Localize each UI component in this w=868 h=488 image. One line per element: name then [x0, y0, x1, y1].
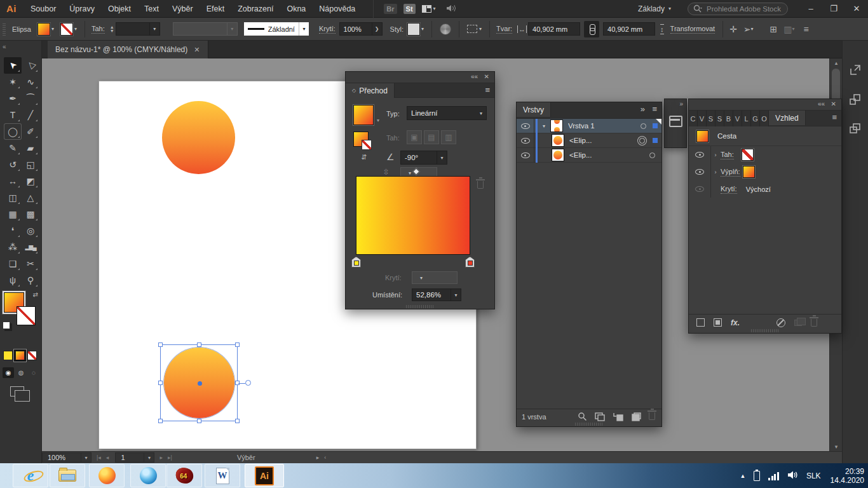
free-transform-tool[interactable]: ◩	[22, 173, 39, 189]
opacity-input[interactable]: 100%	[339, 22, 372, 36]
chevron-right-icon[interactable]: ❯	[372, 22, 383, 36]
pen-tool[interactable]: ✒	[4, 90, 22, 107]
curvature-tool[interactable]: ⁀	[22, 90, 39, 107]
eyedropper-tool[interactable]: ❛	[4, 222, 22, 239]
panel-resize-grip[interactable]	[406, 305, 434, 308]
scroll-left-icon[interactable]: ‹	[324, 454, 326, 461]
workspace-switcher[interactable]: Základy ▾	[638, 4, 671, 13]
layer-name[interactable]: Vrstva 1	[568, 122, 641, 130]
handle-sw[interactable]	[158, 419, 163, 423]
megaphone-icon[interactable]	[446, 4, 457, 14]
taskbar-cheat-engine[interactable]: 64	[166, 464, 202, 487]
handle-s[interactable]	[197, 419, 201, 423]
panel-menu-icon[interactable]: ≡	[485, 85, 490, 95]
rotate-tool[interactable]: ↺	[4, 156, 22, 173]
selection-bounding-box[interactable]	[160, 344, 238, 421]
layer-row-0[interactable]: ▾Vrstva 1	[517, 119, 661, 133]
chevron-down-icon[interactable]: ▾	[451, 288, 461, 301]
visibility-toggle[interactable]	[517, 119, 534, 133]
align-objects-icon[interactable]: ⊞	[770, 24, 778, 34]
center-point[interactable]	[198, 381, 202, 386]
visibility-toggle[interactable]	[517, 148, 534, 163]
ellipse-tool[interactable]: ◯	[4, 123, 22, 140]
ellipse-shape-top[interactable]	[162, 101, 235, 174]
visibility-toggle[interactable]	[517, 133, 534, 148]
expand-dock-icon[interactable]: »	[679, 100, 683, 107]
stroke-weight-stepper[interactable]: ▲▼	[110, 25, 114, 33]
visibility-toggle[interactable]	[689, 169, 710, 175]
taskbar-internet-explorer[interactable]: e	[13, 464, 48, 487]
collapsed-tab-1[interactable]: V	[698, 111, 707, 126]
stock-search-input[interactable]: Prohledat Adobe Stock	[688, 3, 788, 15]
graphic-style-button[interactable]: ▾	[407, 23, 424, 36]
menu-vyber[interactable]: Výběr	[172, 4, 193, 13]
menu-okna[interactable]: Okna	[287, 4, 306, 13]
chevron-down-icon[interactable]: ▾	[144, 452, 154, 463]
shape-builder-tool[interactable]: ◫	[4, 189, 22, 206]
shape-width-input[interactable]: 40,902 mm	[528, 22, 580, 36]
artboards-icon[interactable]	[849, 122, 862, 135]
collapsed-tab-0[interactable]: C	[689, 111, 698, 126]
fill-color-button[interactable]: ▾	[37, 23, 54, 36]
clock[interactable]: 20:39 14.4.2020	[831, 467, 864, 485]
control-panel-menu-icon[interactable]: ≡	[804, 24, 809, 34]
menu-efekt[interactable]: Efekt	[207, 4, 225, 13]
width-tool[interactable]: ↔	[4, 173, 22, 189]
restore-button[interactable]: ❐	[822, 0, 845, 18]
blend-tool[interactable]: ◎	[22, 222, 39, 239]
stroke-attr-swatch[interactable]	[742, 149, 754, 161]
draw-normal-icon[interactable]: ◉	[3, 367, 14, 378]
tab-vrstvy[interactable]: Vrstvy	[517, 102, 551, 117]
gradient-angle-input[interactable]: -90°	[400, 151, 437, 165]
menu-objekt[interactable]: Objekt	[108, 4, 131, 13]
gradient-tool[interactable]: ▩	[22, 206, 39, 222]
type-tool[interactable]: T	[4, 107, 22, 123]
asset-export-icon[interactable]	[849, 93, 862, 105]
taskbar-word[interactable]: W	[205, 464, 240, 487]
panel-stack-icon[interactable]	[669, 116, 682, 127]
layer-name[interactable]: <Elip...	[569, 151, 649, 159]
hand-tool[interactable]: ψ	[4, 272, 22, 288]
scroll-down-icon[interactable]: ▾	[830, 444, 843, 450]
reverse-gradient-icon[interactable]: ⇵	[361, 153, 367, 161]
layer-name[interactable]: <Elip...	[569, 137, 639, 144]
layer-row-1[interactable]: <Elip...	[517, 133, 661, 148]
draw-inside-icon[interactable]: ◌	[28, 367, 39, 378]
scrollbar-thumb[interactable]	[832, 69, 840, 102]
collapse-toolbar-icon[interactable]: «	[3, 43, 6, 50]
change-screen-mode-icon[interactable]	[10, 386, 24, 396]
gradient-type-select[interactable]: Lineární ▾	[407, 106, 487, 120]
layer-thumbnail[interactable]	[552, 149, 564, 161]
opacity-attr-label[interactable]: Krytí:	[721, 185, 737, 194]
chevron-down-icon[interactable]: ▾	[377, 118, 379, 123]
expand-panel-icon[interactable]: »	[641, 104, 645, 114]
layer-thumbnail[interactable]	[550, 119, 563, 132]
taskbar-browser[interactable]	[130, 464, 166, 487]
transform-link[interactable]: Transformovat	[670, 25, 715, 34]
language-indicator[interactable]: SLK	[806, 471, 821, 480]
menu-soubor[interactable]: Soubor	[31, 4, 56, 13]
magic-wand-tool[interactable]: ✶	[4, 74, 22, 90]
chevron-down-icon[interactable]: ▾	[751, 26, 754, 32]
menu-napoveda[interactable]: Nápověda	[319, 4, 355, 13]
target-indicator[interactable]	[639, 138, 645, 144]
gradient-slider[interactable]	[356, 176, 470, 255]
panel-menu-icon[interactable]: ≡	[652, 104, 657, 114]
scale-tool[interactable]: ◱	[22, 156, 39, 173]
close-panel-icon[interactable]: ✕	[484, 73, 489, 80]
menu-upravy[interactable]: Úpravy	[69, 4, 95, 13]
shape-label[interactable]: Tvar:	[496, 25, 512, 34]
export-icon[interactable]	[849, 64, 862, 76]
chevron-down-icon[interactable]: ▾	[437, 151, 447, 165]
line-segment-tool[interactable]: ╱	[22, 107, 39, 123]
artboard-tool[interactable]: ❏	[4, 255, 22, 272]
close-tab-icon[interactable]: ✕	[194, 46, 200, 54]
stroke-proxy-swatch[interactable]	[17, 306, 36, 325]
stroke-attribute-row[interactable]: › Tah:	[689, 146, 841, 163]
handle-se[interactable]	[235, 419, 240, 423]
layer-row-2[interactable]: <Elip...	[517, 148, 661, 163]
tab-vzhled[interactable]: Vzhled	[769, 111, 806, 125]
panel-resize-grip[interactable]	[575, 423, 603, 426]
minimize-button[interactable]: –	[799, 0, 822, 18]
new-sublayer-icon[interactable]	[613, 412, 623, 421]
